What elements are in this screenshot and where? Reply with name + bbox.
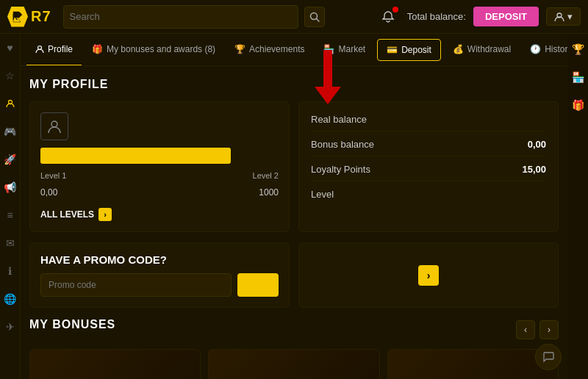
bonus-balance-value: 0,00 — [528, 139, 546, 150]
svg-line-2 — [316, 18, 319, 21]
balance-row-loyalty: Loyalty Points 15,00 — [311, 164, 546, 181]
balance-row-real: Real balance — [311, 114, 546, 131]
right-icon-gift[interactable]: 🎁 — [568, 95, 587, 115]
level2-label: Level 2 — [253, 171, 279, 180]
logo-icon: R — [7, 7, 28, 27]
bonus-card-bg-3 — [388, 350, 558, 379]
avatar — [40, 112, 68, 140]
left-sidebar: ♥ ☆ 🎮 🚀 📢 ≡ ✉ ℹ 🌐 ✈ — [0, 34, 21, 379]
promo-submit-button[interactable] — [237, 273, 279, 297]
level2-value: 1000 — [259, 187, 279, 198]
bonus-card-2[interactable]: i — [208, 349, 379, 379]
bonuses-prev-button[interactable]: ‹ — [516, 320, 535, 339]
svg-point-6 — [51, 121, 57, 127]
sidebar-icon-info[interactable]: ℹ — [2, 263, 18, 279]
user-chevron: ▾ — [567, 11, 573, 22]
logo-text: R7 — [31, 8, 51, 25]
tab-withdrawal[interactable]: 💰 Withdrawal — [444, 34, 520, 66]
bonus-card-1[interactable]: i — [29, 349, 201, 379]
bonus-balance-label: Bonus balance — [311, 139, 374, 150]
bonuses-header: MY BONUSES ‹ › — [29, 318, 559, 342]
level1-value: 0,00 — [40, 187, 57, 198]
market-icon: 🏪 — [323, 44, 334, 54]
real-balance-label: Real balance — [311, 114, 367, 125]
level1-label: Level 1 — [40, 171, 66, 180]
level-values-row: 0,00 1000 — [40, 187, 279, 198]
promo-code-card: HAVE A PROMO CODE? — [29, 242, 290, 308]
level-label: Level — [311, 189, 334, 200]
right-icon-trophy[interactable]: 🏆 — [568, 40, 587, 59]
sidebar-icon-menu[interactable]: ≡ — [2, 207, 18, 223]
tab-bonuses[interactable]: 🎁 My bonuses and awards (8) — [83, 34, 224, 66]
svg-text:R: R — [12, 13, 18, 21]
next-card: › — [298, 242, 559, 308]
progress-bar — [40, 148, 231, 164]
nav-icons: Total balance: DEPOSIT ▾ — [376, 5, 581, 29]
right-icon-store[interactable]: 🏪 — [568, 68, 587, 87]
promo-code-input[interactable] — [40, 273, 232, 297]
tab-achievements[interactable]: 🏆 Achievements — [226, 34, 313, 66]
bonus-card-3[interactable] — [387, 349, 559, 379]
sidebar-icon-heart[interactable]: ♥ — [2, 40, 18, 56]
bonuses-title: MY BONUSES — [29, 318, 115, 331]
sidebar-icon-globe[interactable]: 🌐 — [2, 291, 18, 307]
promo-input-row — [40, 273, 279, 297]
withdrawal-icon: 💰 — [453, 44, 464, 54]
achievements-icon: 🏆 — [234, 44, 245, 54]
all-levels-arrow-icon: › — [98, 208, 112, 221]
top-navigation: R R7 Total balance: DEPOSIT ▾ — [0, 0, 588, 34]
bonuses-next-button[interactable]: › — [539, 320, 559, 339]
sidebar-icon-user[interactable] — [2, 95, 18, 112]
profile-cards-row: Level 1 Level 2 0,00 1000 ALL LEVELS › R… — [29, 101, 559, 232]
sidebar-icon-mail[interactable]: ✉ — [2, 235, 18, 251]
main-content: MY PROFILE Level 1 Level 2 0,00 1000 — [21, 66, 567, 379]
history-icon: 🕐 — [530, 44, 541, 54]
bonus-card-bg-2 — [209, 350, 379, 379]
balance-row-level: Level — [311, 189, 546, 200]
balance-row-bonus: Bonus balance 0,00 — [311, 139, 546, 156]
profile-card: Level 1 Level 2 0,00 1000 ALL LEVELS › — [29, 101, 290, 232]
loyalty-points-label: Loyalty Points — [311, 164, 370, 175]
level-labels-row: Level 1 Level 2 — [40, 171, 279, 180]
sidebar-icon-star[interactable]: ☆ — [2, 68, 18, 84]
tab-deposit[interactable]: 💳 Deposit — [377, 39, 441, 61]
logo[interactable]: R R7 — [7, 7, 51, 27]
tab-market[interactable]: 🏪 Market — [315, 34, 374, 66]
sidebar-icon-rocket[interactable]: 🚀 — [2, 151, 18, 167]
bonus-card-bg-1 — [30, 350, 200, 379]
page-title: MY PROFILE — [29, 78, 559, 91]
tab-navigation: Profile 🎁 My bonuses and awards (8) 🏆 Ac… — [21, 34, 567, 66]
chat-button[interactable] — [535, 344, 562, 370]
next-button[interactable]: › — [418, 265, 439, 286]
notification-badge — [392, 7, 398, 12]
loyalty-points-value: 15,00 — [522, 164, 546, 175]
all-levels-button[interactable]: ALL LEVELS › — [40, 208, 112, 221]
right-sidebar: 🏆 🏪 🎁 — [567, 34, 588, 379]
bonus-icon: 🎁 — [92, 44, 103, 54]
total-balance-label: Total balance: — [407, 11, 466, 22]
bonuses-section: MY BONUSES ‹ › i i — [29, 318, 559, 379]
sidebar-icon-send[interactable]: ✈ — [2, 319, 18, 335]
progress-bar-container — [40, 148, 279, 164]
search-submit-button[interactable] — [304, 7, 325, 27]
sidebar-icon-gamepad[interactable]: 🎮 — [2, 123, 18, 140]
bonus-cards-row: i i — [29, 349, 559, 379]
search-input[interactable] — [70, 11, 292, 22]
sidebar-icon-megaphone[interactable]: 📢 — [2, 179, 18, 195]
promo-title: HAVE A PROMO CODE? — [40, 253, 279, 266]
notifications-button[interactable] — [376, 5, 400, 29]
search-bar[interactable] — [63, 5, 298, 29]
tab-profile[interactable]: Profile — [26, 34, 82, 66]
user-menu-button[interactable]: ▾ — [546, 7, 581, 26]
deposit-header-button[interactable]: DEPOSIT — [473, 7, 539, 26]
bonuses-nav-buttons: ‹ › — [516, 320, 559, 339]
promo-cards-row: HAVE A PROMO CODE? › — [29, 242, 559, 308]
deposit-icon: 💳 — [387, 45, 398, 55]
all-levels-label: ALL LEVELS — [40, 209, 94, 220]
balance-card: Real balance Bonus balance 0,00 Loyalty … — [298, 101, 559, 232]
tab-history[interactable]: 🕐 History — [521, 34, 567, 66]
